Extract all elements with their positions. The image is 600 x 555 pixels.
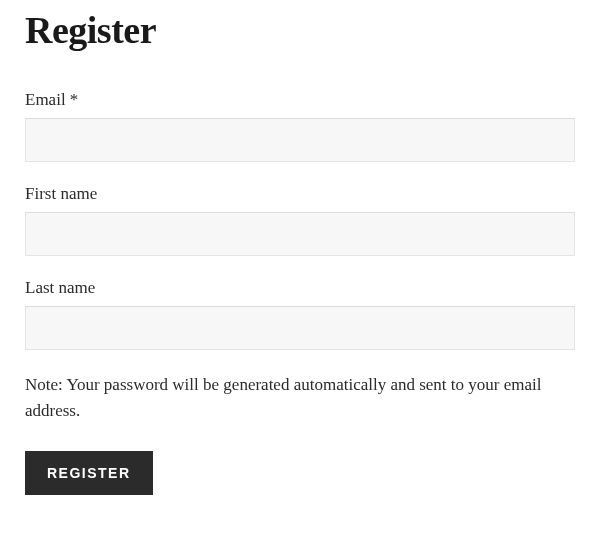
- email-label-text: Email: [25, 90, 66, 109]
- register-button[interactable]: Register: [25, 451, 153, 495]
- first-name-input[interactable]: [25, 212, 575, 256]
- required-mark: *: [70, 90, 79, 109]
- first-name-label: First name: [25, 184, 575, 204]
- last-name-input[interactable]: [25, 306, 575, 350]
- email-group: Email *: [25, 90, 575, 162]
- email-label: Email *: [25, 90, 575, 110]
- first-name-group: First name: [25, 184, 575, 256]
- page-title: Register: [25, 8, 575, 52]
- register-form: Email * First name Last name Note: Your …: [25, 90, 575, 495]
- last-name-group: Last name: [25, 278, 575, 350]
- email-input[interactable]: [25, 118, 575, 162]
- last-name-label: Last name: [25, 278, 575, 298]
- password-note: Note: Your password will be generated au…: [25, 372, 575, 423]
